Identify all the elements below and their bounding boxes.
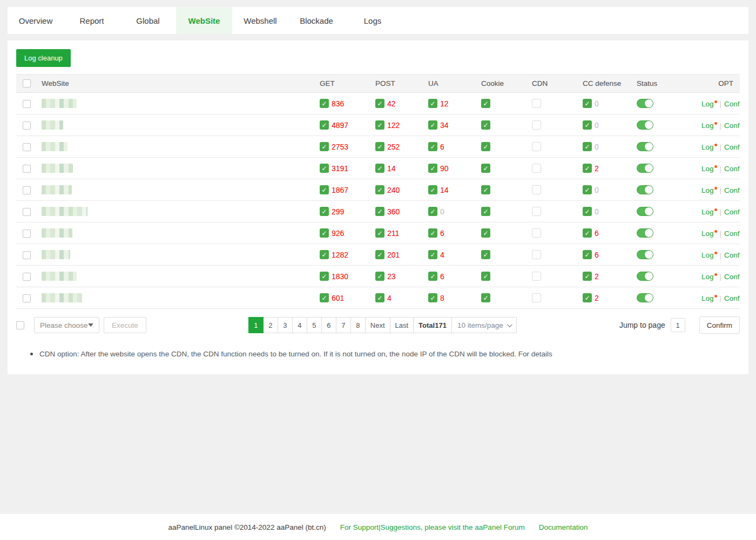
items-per-page-select[interactable]: 10 items/page bbox=[451, 317, 517, 333]
cdn-check-icon[interactable] bbox=[532, 207, 541, 216]
cdn-check-icon[interactable] bbox=[532, 164, 541, 173]
footer-support-link[interactable]: For Support|Suggestions, please visit th… bbox=[340, 523, 525, 531]
next-page-button[interactable]: Next bbox=[365, 317, 390, 333]
status-toggle[interactable] bbox=[637, 120, 653, 130]
cookie-check-icon[interactable] bbox=[481, 120, 490, 130]
cc-defense-check-icon[interactable] bbox=[583, 272, 592, 281]
log-link[interactable]: Log bbox=[701, 294, 714, 302]
cc-defense-check-icon[interactable] bbox=[583, 120, 592, 130]
post-check-icon[interactable] bbox=[375, 120, 384, 130]
log-link[interactable]: Log bbox=[701, 251, 714, 259]
conf-link[interactable]: Conf bbox=[724, 294, 740, 302]
ua-check-icon[interactable] bbox=[428, 272, 437, 281]
row-select-checkbox[interactable] bbox=[23, 186, 31, 194]
page-button-3[interactable]: 3 bbox=[278, 317, 293, 333]
bulk-select-checkbox[interactable] bbox=[16, 321, 24, 329]
status-toggle[interactable] bbox=[637, 272, 653, 281]
post-check-icon[interactable] bbox=[375, 142, 384, 151]
row-select-checkbox[interactable] bbox=[23, 122, 31, 130]
cc-defense-check-icon[interactable] bbox=[583, 185, 592, 194]
post-check-icon[interactable] bbox=[375, 207, 384, 216]
log-cleanup-button[interactable]: Log cleanup bbox=[16, 49, 71, 67]
tab-website[interactable]: WebSite bbox=[176, 7, 232, 34]
post-check-icon[interactable] bbox=[375, 164, 384, 173]
page-button-6[interactable]: 6 bbox=[321, 317, 336, 333]
tab-webshell[interactable]: Webshell bbox=[232, 7, 288, 34]
ua-check-icon[interactable] bbox=[428, 228, 437, 238]
ua-check-icon[interactable] bbox=[428, 185, 437, 194]
cdn-check-icon[interactable] bbox=[532, 142, 541, 151]
tab-blockade[interactable]: Blockade bbox=[288, 7, 345, 34]
row-select-checkbox[interactable] bbox=[23, 294, 31, 302]
log-link[interactable]: Log bbox=[701, 100, 714, 108]
get-check-icon[interactable] bbox=[320, 228, 329, 238]
get-check-icon[interactable] bbox=[320, 250, 329, 259]
tab-global[interactable]: Global bbox=[120, 7, 176, 34]
get-check-icon[interactable] bbox=[320, 99, 329, 108]
tab-overview[interactable]: Overview bbox=[8, 7, 64, 34]
page-button-4[interactable]: 4 bbox=[292, 317, 307, 333]
get-check-icon[interactable] bbox=[320, 207, 329, 216]
get-check-icon[interactable] bbox=[320, 185, 329, 194]
post-check-icon[interactable] bbox=[375, 99, 384, 108]
post-check-icon[interactable] bbox=[375, 250, 384, 259]
ua-check-icon[interactable] bbox=[428, 142, 437, 151]
status-toggle[interactable] bbox=[637, 142, 653, 151]
log-link[interactable]: Log bbox=[701, 208, 714, 216]
status-toggle[interactable] bbox=[637, 250, 653, 259]
page-button-5[interactable]: 5 bbox=[307, 317, 322, 333]
execute-button[interactable]: Execute bbox=[104, 317, 146, 333]
ua-check-icon[interactable] bbox=[428, 99, 437, 108]
cdn-check-icon[interactable] bbox=[532, 120, 541, 130]
ua-check-icon[interactable] bbox=[428, 293, 437, 302]
cookie-check-icon[interactable] bbox=[481, 207, 490, 216]
post-check-icon[interactable] bbox=[375, 293, 384, 302]
page-button-2[interactable]: 2 bbox=[263, 317, 278, 333]
conf-link[interactable]: Conf bbox=[724, 143, 740, 151]
cookie-check-icon[interactable] bbox=[481, 272, 490, 281]
conf-link[interactable]: Conf bbox=[724, 122, 740, 130]
status-toggle[interactable] bbox=[637, 228, 653, 238]
cc-defense-check-icon[interactable] bbox=[583, 250, 592, 259]
ua-check-icon[interactable] bbox=[428, 250, 437, 259]
log-link[interactable]: Log bbox=[701, 143, 714, 151]
cc-defense-check-icon[interactable] bbox=[583, 293, 592, 302]
log-link[interactable]: Log bbox=[701, 165, 714, 173]
conf-link[interactable]: Conf bbox=[724, 251, 740, 259]
cdn-check-icon[interactable] bbox=[532, 293, 541, 302]
cookie-check-icon[interactable] bbox=[481, 99, 490, 108]
cc-defense-check-icon[interactable] bbox=[583, 207, 592, 216]
bulk-action-select[interactable]: Please choose bbox=[34, 317, 99, 333]
log-link[interactable]: Log bbox=[701, 273, 714, 281]
confirm-button[interactable]: Confirm bbox=[699, 316, 740, 334]
cc-defense-check-icon[interactable] bbox=[583, 142, 592, 151]
footer-docs-link[interactable]: Documentation bbox=[539, 523, 588, 531]
log-link[interactable]: Log bbox=[701, 230, 714, 238]
cdn-check-icon[interactable] bbox=[532, 250, 541, 259]
get-check-icon[interactable] bbox=[320, 272, 329, 281]
log-link[interactable]: Log bbox=[701, 122, 714, 130]
cc-defense-check-icon[interactable] bbox=[583, 228, 592, 238]
conf-link[interactable]: Conf bbox=[724, 230, 740, 238]
status-toggle[interactable] bbox=[637, 293, 653, 302]
jump-page-input[interactable] bbox=[671, 318, 685, 332]
row-select-checkbox[interactable] bbox=[23, 230, 31, 238]
conf-link[interactable]: Conf bbox=[724, 100, 740, 108]
get-check-icon[interactable] bbox=[320, 142, 329, 151]
cookie-check-icon[interactable] bbox=[481, 250, 490, 259]
cc-defense-check-icon[interactable] bbox=[583, 164, 592, 173]
status-toggle[interactable] bbox=[637, 99, 653, 108]
cookie-check-icon[interactable] bbox=[481, 228, 490, 238]
row-select-checkbox[interactable] bbox=[23, 100, 31, 108]
tab-logs[interactable]: Logs bbox=[345, 7, 401, 34]
cookie-check-icon[interactable] bbox=[481, 164, 490, 173]
status-toggle[interactable] bbox=[637, 207, 653, 216]
ua-check-icon[interactable] bbox=[428, 120, 437, 130]
cc-defense-check-icon[interactable] bbox=[583, 99, 592, 108]
post-check-icon[interactable] bbox=[375, 185, 384, 194]
page-button-1[interactable]: 1 bbox=[248, 317, 264, 333]
cdn-check-icon[interactable] bbox=[532, 99, 541, 108]
row-select-checkbox[interactable] bbox=[23, 251, 31, 259]
tab-report[interactable]: Report bbox=[64, 7, 120, 34]
cookie-check-icon[interactable] bbox=[481, 185, 490, 194]
